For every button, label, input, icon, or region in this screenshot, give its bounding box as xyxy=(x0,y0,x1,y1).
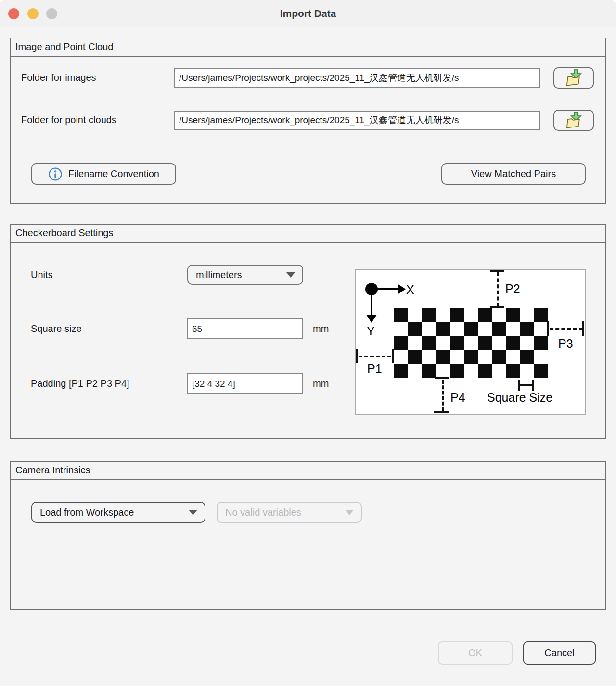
p3-dashed-line xyxy=(550,328,583,330)
filename-convention-label: Filename Convention xyxy=(68,168,159,179)
p1-tick xyxy=(356,349,358,363)
checkerboard-cell xyxy=(394,322,408,336)
square-size-diagram-label: Square Size xyxy=(487,391,552,405)
y-axis-arrowhead-icon xyxy=(366,315,377,323)
x-axis-arrow xyxy=(372,288,398,290)
intrinsics-variables-dropdown: No valid variables xyxy=(217,502,362,523)
filename-convention-button[interactable]: Filename Convention xyxy=(31,163,176,185)
checkerboard-cell xyxy=(506,308,520,322)
checkerboard-cell xyxy=(394,336,408,350)
checkerboard-cell xyxy=(492,350,506,364)
checkerboard-cell xyxy=(506,336,520,350)
section-title-checkerboard-settings: Checkerboard Settings xyxy=(11,225,605,243)
checkerboard-cell xyxy=(464,308,478,322)
checkerboard-cell xyxy=(436,308,450,322)
image-point-cloud-panel: Image and Point Cloud Folder for images … xyxy=(10,38,606,204)
p3-label: P3 xyxy=(558,337,573,351)
p1-label: P1 xyxy=(367,362,382,376)
section-title-image-point-cloud: Image and Point Cloud xyxy=(11,38,605,57)
padding-input[interactable] xyxy=(187,373,303,394)
checkerboard-cell xyxy=(492,308,506,322)
p1-dashed-line xyxy=(359,356,391,357)
info-icon xyxy=(48,167,63,181)
checkerboard-cell xyxy=(520,364,534,378)
p2-dashed-line xyxy=(497,272,499,306)
checkerboard-cell xyxy=(492,364,506,378)
checkerboard-cell xyxy=(408,364,422,378)
square-size-label: Square size xyxy=(31,323,82,334)
folder-point-clouds-input[interactable] xyxy=(174,111,540,130)
checkerboard-cell xyxy=(464,336,478,350)
browse-images-button[interactable] xyxy=(553,67,594,89)
checkerboard-cell xyxy=(450,364,464,378)
window-title: Import Data xyxy=(0,0,616,27)
import-data-dialog: Import Data Image and Point Cloud Folder… xyxy=(0,0,616,686)
checkerboard-cell xyxy=(408,322,422,336)
checkerboard-cell xyxy=(506,350,520,364)
p4-dashed-line xyxy=(442,380,444,411)
checkerboard-cell xyxy=(436,322,450,336)
checkerboard-cell xyxy=(534,336,548,350)
units-dropdown-value: millimeters xyxy=(196,269,242,280)
checkerboard-cell xyxy=(478,350,492,364)
checkerboard-cell xyxy=(478,322,492,336)
p2-tick xyxy=(490,306,504,308)
checkerboard-cell xyxy=(520,350,534,364)
checkerboard-cell xyxy=(436,364,450,378)
checkerboard-cell xyxy=(534,322,548,336)
folder-images-input[interactable] xyxy=(174,68,540,88)
checkerboard-cell xyxy=(436,350,450,364)
p2-label: P2 xyxy=(505,282,520,296)
browse-point-clouds-button[interactable] xyxy=(553,110,594,131)
checkerboard-cell xyxy=(422,336,436,350)
p4-tick xyxy=(434,411,449,413)
view-matched-pairs-label: View Matched Pairs xyxy=(471,168,556,179)
padding-unit: mm xyxy=(313,378,329,389)
checkerboard xyxy=(394,308,548,378)
checkerboard-cell xyxy=(436,336,450,350)
section-title-camera-intrinsics: Camera Intrinsics xyxy=(11,462,605,480)
checkerboard-cell xyxy=(492,336,506,350)
dropdown-arrow-icon xyxy=(345,510,354,515)
checkerboard-cell xyxy=(478,336,492,350)
title-bar: Import Data xyxy=(0,0,616,27)
x-axis-arrowhead-icon xyxy=(398,284,406,294)
checkerboard-cell xyxy=(394,308,408,322)
view-matched-pairs-button[interactable]: View Matched Pairs xyxy=(441,163,586,185)
square-size-input[interactable] xyxy=(187,318,303,339)
p2-tick xyxy=(490,270,504,272)
padding-label: Padding [P1 P2 P3 P4] xyxy=(31,378,129,389)
checkerboard-settings-panel: Checkerboard Settings Units millimeters … xyxy=(10,224,606,439)
folder-point-clouds-label: Folder for point clouds xyxy=(21,114,116,126)
checkerboard-cell xyxy=(492,322,506,336)
intrinsics-source-value: Load from Workspace xyxy=(40,507,134,518)
camera-intrinsics-panel: Camera Intrinsics Load from Workspace No… xyxy=(10,461,606,610)
checkerboard-cell xyxy=(464,364,478,378)
units-dropdown[interactable]: millimeters xyxy=(187,265,303,285)
p4-label: P4 xyxy=(450,391,465,405)
checkerboard-cell xyxy=(464,350,478,364)
checkerboard-cell xyxy=(422,364,436,378)
checkerboard-cell xyxy=(534,308,548,322)
checkerboard-cell xyxy=(450,322,464,336)
y-axis-arrow xyxy=(371,289,372,315)
cancel-button[interactable]: Cancel xyxy=(523,641,596,665)
dropdown-arrow-icon xyxy=(189,510,197,515)
checkerboard-cell xyxy=(422,308,436,322)
p3-tick xyxy=(547,321,549,336)
checkerboard-diagram: X Y P2 P3 P1 P4 Square Size xyxy=(355,269,586,415)
checkerboard-cell xyxy=(450,336,464,350)
dropdown-arrow-icon xyxy=(286,272,295,278)
checkerboard-cell xyxy=(464,322,478,336)
checkerboard-cell xyxy=(506,322,520,336)
x-axis-label: X xyxy=(406,283,414,297)
checkerboard-cell xyxy=(408,308,422,322)
checkerboard-cell xyxy=(422,322,436,336)
checkerboard-cell xyxy=(534,364,548,378)
p4-tick xyxy=(435,377,449,379)
checkerboard-cell xyxy=(394,350,408,364)
open-folder-icon xyxy=(563,69,584,87)
intrinsics-source-dropdown[interactable]: Load from Workspace xyxy=(31,502,205,523)
units-label: Units xyxy=(31,269,53,280)
checkerboard-cell xyxy=(450,308,464,322)
